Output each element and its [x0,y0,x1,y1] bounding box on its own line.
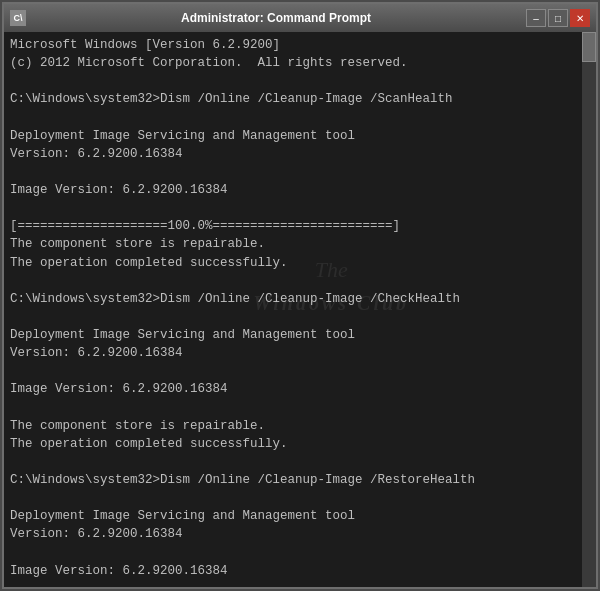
console-line [10,308,590,326]
console-line: Deployment Image Servicing and Managemen… [10,326,590,344]
console-line [10,272,590,290]
console-line [10,580,590,587]
console-line: C:\Windows\system32>Dism /Online /Cleanu… [10,90,590,108]
close-button[interactable]: ✕ [570,9,590,27]
console-line: Version: 6.2.9200.16384 [10,525,590,543]
title-bar-buttons: – □ ✕ [526,9,590,27]
scrollbar[interactable] [582,32,596,587]
console-line: Image Version: 6.2.9200.16384 [10,562,590,580]
scrollbar-thumb[interactable] [582,32,596,62]
console-line [10,163,590,181]
console-line [10,362,590,380]
console-line: [====================100.0%=============… [10,217,590,235]
console-line: Image Version: 6.2.9200.16384 [10,181,590,199]
console-line: The operation completed successfully. [10,254,590,272]
title-bar-text: Administrator: Command Prompt [26,11,526,25]
console-line [10,199,590,217]
maximize-button[interactable]: □ [548,9,568,27]
console-line: Image Version: 6.2.9200.16384 [10,380,590,398]
console-line [10,489,590,507]
console-line [10,72,590,90]
console-lines: Microsoft Windows [Version 6.2.9200](c) … [10,36,590,587]
console-line: The component store is repairable. [10,417,590,435]
title-bar: C\ Administrator: Command Prompt – □ ✕ [4,4,596,32]
command-prompt-window: C\ Administrator: Command Prompt – □ ✕ T… [2,2,598,589]
console-line: Version: 6.2.9200.16384 [10,145,590,163]
console-line: Version: 6.2.9200.16384 [10,344,590,362]
console-line [10,453,590,471]
console-line: Microsoft Windows [Version 6.2.9200] [10,36,590,54]
console-line [10,109,590,127]
console-line: The operation completed successfully. [10,435,590,453]
console-output[interactable]: The Windows Club Microsoft Windows [Vers… [4,32,596,587]
console-line: C:\Windows\system32>Dism /Online /Cleanu… [10,471,590,489]
console-line: The component store is repairable. [10,235,590,253]
console-line: Deployment Image Servicing and Managemen… [10,507,590,525]
console-line: C:\Windows\system32>Dism /Online /Cleanu… [10,290,590,308]
console-line: Deployment Image Servicing and Managemen… [10,127,590,145]
minimize-button[interactable]: – [526,9,546,27]
console-line [10,544,590,562]
console-line [10,399,590,417]
console-line: (c) 2012 Microsoft Corporation. All righ… [10,54,590,72]
window-icon: C\ [10,10,26,26]
